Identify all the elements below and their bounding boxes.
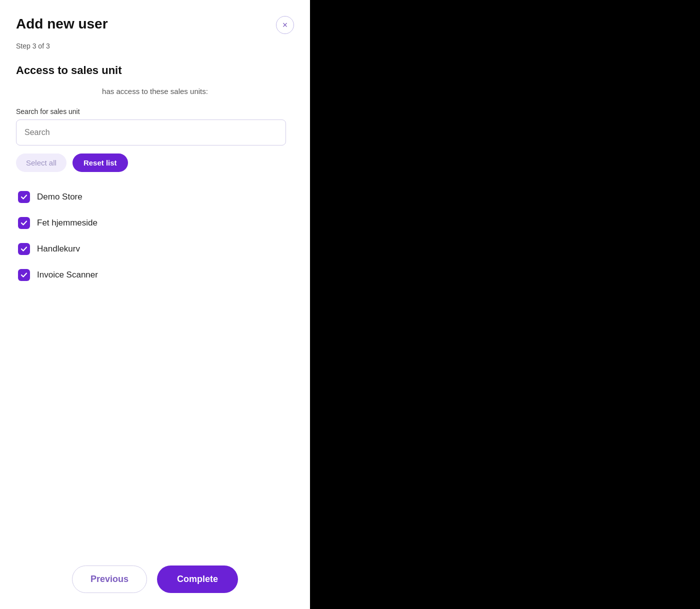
previous-button[interactable]: Previous <box>72 566 147 593</box>
list-item[interactable]: Handlekurv <box>16 236 290 262</box>
access-description: has access to these sales units: <box>16 87 294 96</box>
close-button[interactable]: × <box>276 16 294 34</box>
dialog-title: Add new user <box>16 16 108 32</box>
checkbox-icon <box>18 269 30 281</box>
background-area <box>310 0 700 609</box>
close-icon: × <box>282 20 288 30</box>
select-all-button[interactable]: Select all <box>16 154 66 172</box>
sales-unit-list: Demo Store Fet hjemmeside Handlekurv Inv… <box>16 184 294 399</box>
sales-unit-name: Fet hjemmeside <box>37 218 98 228</box>
search-label: Search for sales unit <box>16 108 294 116</box>
checkbox-icon <box>18 217 30 229</box>
checkbox-icon <box>18 243 30 255</box>
dialog-panel: Add new user × Step 3 of 3 Access to sal… <box>0 0 310 609</box>
section-title: Access to sales unit <box>16 64 294 77</box>
dialog-header: Add new user × <box>16 16 294 34</box>
checkbox-icon <box>18 191 30 203</box>
dialog-footer: Previous Complete <box>16 554 294 593</box>
search-input[interactable] <box>16 120 286 146</box>
reset-list-button[interactable]: Reset list <box>72 154 128 172</box>
list-item[interactable]: Invoice Scanner <box>16 262 290 288</box>
sales-unit-list-container: Demo Store Fet hjemmeside Handlekurv Inv… <box>16 184 294 554</box>
complete-button[interactable]: Complete <box>157 566 238 593</box>
list-item[interactable]: Demo Store <box>16 184 290 210</box>
sales-unit-name: Demo Store <box>37 192 82 202</box>
sales-unit-name: Invoice Scanner <box>37 270 98 280</box>
list-item[interactable]: Fet hjemmeside <box>16 210 290 236</box>
button-row: Select all Reset list <box>16 154 294 172</box>
step-indicator: Step 3 of 3 <box>16 42 294 50</box>
sales-unit-name: Handlekurv <box>37 244 80 254</box>
